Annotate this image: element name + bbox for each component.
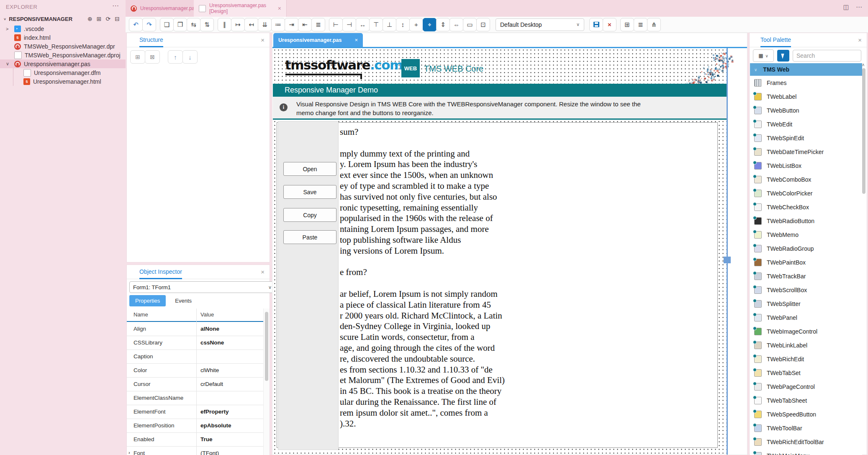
close-icon[interactable]: × bbox=[261, 36, 265, 44]
palette-item[interactable]: TWebRadioGroup bbox=[750, 242, 862, 256]
undo-button[interactable]: ↶ bbox=[129, 18, 143, 31]
palette-item[interactable]: TWebEdit bbox=[750, 117, 862, 131]
palette-item[interactable]: TWebTrackBar bbox=[750, 269, 862, 283]
category-tms-web[interactable]: ∨ TMS Web bbox=[750, 63, 862, 76]
device-preset-dropdown[interactable]: Default Desktop∨ bbox=[496, 18, 584, 31]
component-selector[interactable]: Form1: TForm1 ∨ bbox=[129, 281, 275, 293]
palette-item[interactable]: TWebImageControl bbox=[750, 324, 862, 339]
save-button[interactable] bbox=[589, 18, 603, 31]
redo-button[interactable]: ↷ bbox=[142, 18, 156, 31]
palette-item[interactable]: TWebComboBox bbox=[750, 172, 862, 187]
select-cursor-button[interactable] bbox=[777, 50, 789, 62]
property-value[interactable]: efProperty bbox=[200, 409, 229, 415]
close-icon[interactable]: × bbox=[261, 268, 265, 275]
palette-item[interactable]: TWebMainMenu bbox=[750, 449, 862, 455]
form-resize-handle[interactable] bbox=[724, 257, 731, 263]
position-mode-button[interactable]: ⌖ bbox=[423, 18, 437, 31]
spacing-button[interactable]: ≔ bbox=[271, 18, 285, 31]
tree-item[interactable]: 5index.html bbox=[0, 33, 126, 42]
space-increase-h-button[interactable]: ↦ bbox=[231, 18, 245, 31]
tab-tool-palette[interactable]: Tool Palette bbox=[760, 36, 791, 47]
indent-decrease-button[interactable]: ⇤ bbox=[298, 18, 312, 31]
property-row[interactable]: ElementPositionepAbsolute bbox=[127, 419, 264, 433]
palette-item[interactable]: TWebCheckBox bbox=[750, 200, 862, 214]
align-top-button[interactable]: ⊤ bbox=[369, 18, 383, 31]
tree-item[interactable]: Uresponsivemanager.dfm bbox=[0, 68, 126, 77]
palette-item[interactable]: TWebRichEdit bbox=[750, 352, 862, 366]
palette-item[interactable]: TWebPanel bbox=[750, 311, 862, 325]
align-bottom-button[interactable]: ⊥ bbox=[383, 18, 396, 31]
close-icon[interactable]: × bbox=[858, 36, 862, 44]
lorem-memo[interactable]: sum?mply dummy text of the printing andy… bbox=[277, 122, 718, 448]
split-editor-icon[interactable]: ◫ bbox=[843, 3, 849, 11]
copy-button[interactable]: Copy bbox=[283, 208, 336, 222]
new-folder-icon[interactable]: ⊞ bbox=[97, 15, 102, 22]
close-icon[interactable]: × bbox=[354, 37, 358, 43]
palette-item[interactable]: TWebListBox bbox=[750, 159, 862, 173]
design-file-tab[interactable]: Uresponsivemanager.pas × bbox=[273, 33, 363, 47]
property-value[interactable]: alNone bbox=[200, 326, 219, 332]
palette-item[interactable]: TWebMemo bbox=[750, 228, 862, 242]
palette-item[interactable]: TWebTabSheet bbox=[750, 393, 862, 408]
property-row[interactable]: ›Font(TFont) bbox=[127, 446, 264, 455]
share-view-button[interactable]: ⋔ bbox=[647, 18, 661, 31]
inspector-scrollbar[interactable] bbox=[263, 308, 270, 455]
move-down-button[interactable]: ↓ bbox=[182, 50, 198, 64]
center-horizontal-button[interactable]: ⇆ bbox=[187, 18, 200, 31]
form-resize-edge[interactable] bbox=[727, 48, 728, 455]
cancel-button[interactable]: × bbox=[603, 18, 616, 31]
bounds-button[interactable]: ⊡ bbox=[476, 18, 490, 31]
space-equal-h-button[interactable]: ∥ bbox=[218, 18, 231, 31]
property-row[interactable]: CSSLibrarycssNone bbox=[127, 336, 264, 350]
send-to-back-button[interactable]: ❐ bbox=[173, 18, 187, 31]
palette-item[interactable]: TWebLinkLabel bbox=[750, 338, 862, 352]
palette-item[interactable]: TWebSplitter bbox=[750, 297, 862, 311]
property-row[interactable]: EnabledTrue bbox=[127, 432, 264, 447]
project-header[interactable]: ∨ RESPONSIVEMANAGER ⊕⊞⟳⊟ bbox=[0, 14, 126, 23]
property-row[interactable]: Caption bbox=[127, 350, 264, 364]
save-button[interactable]: Save bbox=[283, 185, 336, 199]
align-right-button[interactable]: ⊣ bbox=[342, 18, 356, 31]
paste-button[interactable]: Paste bbox=[283, 230, 336, 244]
tree-item[interactable]: 5Uresponsivemanager.html bbox=[0, 77, 126, 86]
collapse-icon[interactable]: ⊟ bbox=[115, 15, 120, 22]
property-value[interactable]: (TFont) bbox=[200, 450, 219, 455]
scroll-up-icon[interactable]: ∧ bbox=[862, 62, 865, 67]
scrollbar-thumb[interactable] bbox=[862, 68, 865, 194]
more-actions-icon[interactable]: ⋯ bbox=[856, 3, 862, 11]
tab-events[interactable]: Events bbox=[175, 298, 192, 304]
scrollbar-thumb[interactable] bbox=[265, 312, 268, 381]
property-value[interactable]: epAbsolute bbox=[200, 422, 231, 429]
explorer-more-icon[interactable]: ⋯ bbox=[112, 2, 119, 10]
tab-properties[interactable]: Properties bbox=[129, 295, 166, 306]
palette-item[interactable]: TWebRichEditToolBar bbox=[750, 435, 862, 449]
palette-item[interactable]: TWebPaintBox bbox=[750, 255, 862, 270]
palette-item[interactable]: TWebSpinEdit bbox=[750, 131, 862, 145]
property-value[interactable]: crDefault bbox=[200, 381, 223, 387]
property-row[interactable]: CursorcrDefault bbox=[127, 377, 264, 391]
outline-view-button[interactable]: ≣ bbox=[634, 18, 647, 31]
palette-item[interactable]: TWebDateTimePicker bbox=[750, 145, 862, 159]
close-icon[interactable]: × bbox=[278, 5, 281, 12]
palette-item[interactable]: TWebLabel bbox=[750, 90, 862, 104]
tab-structure[interactable]: Structure bbox=[139, 36, 163, 47]
tab-object-inspector[interactable]: Object Inspector bbox=[139, 268, 182, 279]
palette-item[interactable]: TWebSpeedButton bbox=[750, 407, 862, 422]
property-value[interactable]: clWhite bbox=[200, 367, 219, 373]
palette-item[interactable]: TWebToolBar bbox=[750, 421, 862, 435]
palette-scrollbar[interactable]: ∧ bbox=[862, 63, 866, 455]
property-row[interactable]: ColorclWhite bbox=[127, 363, 264, 378]
fit-width-button[interactable]: ⇔ bbox=[449, 18, 463, 31]
move-up-button[interactable]: ↑ bbox=[168, 50, 183, 64]
delete-item-button[interactable]: ⊠ bbox=[145, 50, 160, 64]
palette-item[interactable]: TWebTabSet bbox=[750, 366, 862, 380]
fit-height-button[interactable]: ⇕ bbox=[436, 18, 450, 31]
bring-to-front-button[interactable]: ❏ bbox=[160, 18, 174, 31]
tree-item[interactable]: TMSWeb_ResponsiveManager.dproj bbox=[0, 51, 126, 59]
align-center-v-button[interactable]: ↕ bbox=[396, 18, 410, 31]
tree-item[interactable]: >.vscode bbox=[0, 24, 126, 33]
new-file-icon[interactable]: ⊕ bbox=[87, 15, 92, 22]
space-decrease-h-button[interactable]: ↤ bbox=[244, 18, 258, 31]
structure-view-button[interactable]: ⊞ bbox=[620, 18, 634, 31]
open-button[interactable]: Open bbox=[283, 162, 336, 176]
